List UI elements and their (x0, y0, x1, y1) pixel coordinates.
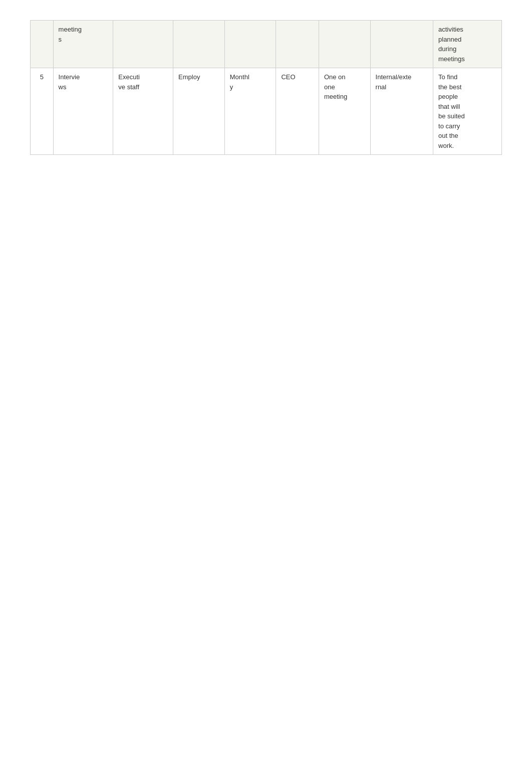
cell-internal-top (370, 21, 433, 68)
cell-meeting-top: meeting s (53, 21, 113, 68)
cell-executi-top (113, 21, 173, 68)
cell-meeting: Intervie ws (53, 68, 113, 155)
cell-oneon: One on one meeting (319, 68, 370, 155)
cell-activities: To find the best people that will be sui… (433, 68, 502, 155)
row-number-cell: 5 (31, 68, 54, 155)
cell-ceo: CEO (276, 68, 319, 155)
cell-monthl: Monthl y (224, 68, 276, 155)
cell-activities-top: activities planned during meetings (433, 21, 502, 68)
cell-internal: Internal/exte rnal (370, 68, 433, 155)
cell-monthl-top (224, 21, 276, 68)
cell-ceo-top (276, 21, 319, 68)
table-row: meeting s activities planned during meet… (31, 21, 502, 68)
main-table: meeting s activities planned during meet… (30, 20, 502, 155)
cell-employ-top (173, 21, 225, 68)
cell-employ: Employ (173, 68, 225, 155)
cell-executi: Executi ve staff (113, 68, 173, 155)
cell-oneon-top (319, 21, 370, 68)
page: meeting s activities planned during meet… (0, 0, 532, 780)
row-number-cell (31, 21, 54, 68)
table-row: 5 Intervie ws Executi ve staff Employ Mo… (31, 68, 502, 155)
